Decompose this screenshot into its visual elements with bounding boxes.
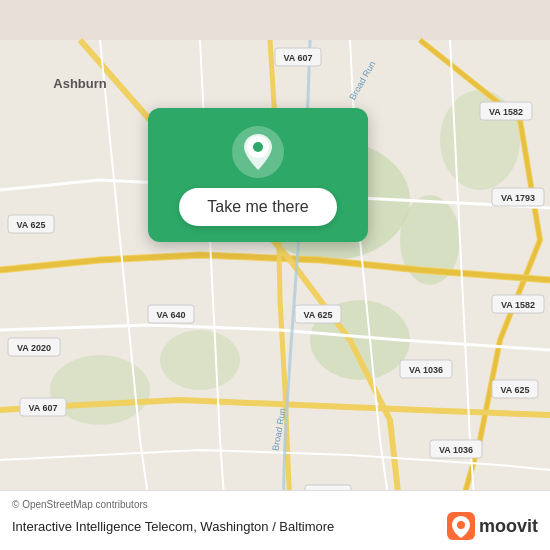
svg-text:VA 607: VA 607	[283, 53, 312, 63]
bottom-row: Interactive Intelligence Telecom, Washin…	[12, 512, 538, 540]
location-pin-icon	[243, 134, 273, 170]
svg-text:VA 607: VA 607	[28, 403, 57, 413]
svg-point-39	[457, 521, 465, 529]
location-name: Interactive Intelligence Telecom, Washin…	[12, 519, 447, 534]
svg-text:VA 640: VA 640	[156, 310, 185, 320]
svg-text:VA 1582: VA 1582	[489, 107, 523, 117]
moovit-brand-icon	[447, 512, 475, 540]
copyright-text: © OpenStreetMap contributors	[12, 499, 538, 510]
bottom-bar: © OpenStreetMap contributors Interactive…	[0, 490, 550, 550]
svg-text:VA 625: VA 625	[500, 385, 529, 395]
moovit-brand-text: moovit	[479, 516, 538, 537]
map-container: VA 607 VA 1582 VA 625 VA 1793 VA 640 VA …	[0, 0, 550, 550]
map-svg: VA 607 VA 1582 VA 625 VA 1793 VA 640 VA …	[0, 0, 550, 550]
popup-card: Take me there	[148, 108, 368, 242]
svg-text:VA 625: VA 625	[303, 310, 332, 320]
svg-text:VA 2020: VA 2020	[17, 343, 51, 353]
svg-text:Ashburn: Ashburn	[53, 76, 107, 91]
location-icon-container	[232, 126, 284, 178]
svg-text:VA 1582: VA 1582	[501, 300, 535, 310]
take-me-there-button[interactable]: Take me there	[179, 188, 336, 226]
svg-text:VA 625: VA 625	[16, 220, 45, 230]
svg-point-3	[160, 330, 240, 390]
svg-point-37	[253, 142, 263, 152]
svg-text:VA 1036: VA 1036	[439, 445, 473, 455]
moovit-logo: moovit	[447, 512, 538, 540]
svg-text:VA 1036: VA 1036	[409, 365, 443, 375]
svg-text:VA 1793: VA 1793	[501, 193, 535, 203]
